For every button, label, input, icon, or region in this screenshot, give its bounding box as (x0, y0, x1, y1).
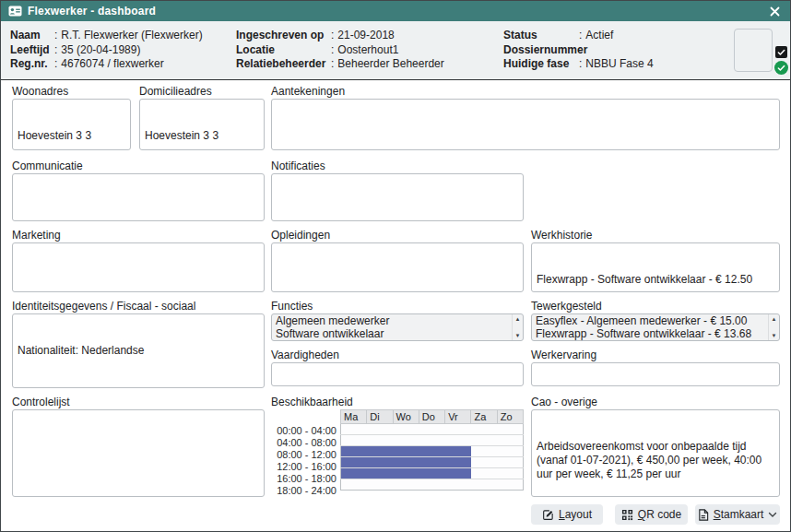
listbox-item[interactable]: Algemeen medewerker (272, 314, 512, 327)
communicatie-box[interactable] (12, 173, 265, 221)
availability-day-header: Za (471, 410, 497, 424)
field-label: Ingeschreven op (236, 29, 331, 43)
availability-cell (367, 457, 393, 468)
availability-day-header: Wo (393, 410, 419, 424)
availability-cell (393, 446, 419, 457)
field-value: 4676074 / flexwerker (61, 57, 163, 72)
availability-cell (471, 457, 497, 468)
availability-cell (497, 435, 523, 446)
functies-listbox[interactable]: Algemeen medewerkerSoftware ontwikkelaar… (271, 313, 524, 341)
controlelijst-box[interactable] (12, 409, 265, 497)
qr-code-button[interactable]: QR code (615, 504, 688, 525)
availability-cell (497, 468, 523, 479)
listbox-scrollbar[interactable]: ▲ ▼ (512, 314, 523, 340)
field-value: 35 (20-04-1989) (61, 43, 140, 58)
qr-code-button-label: QR code (638, 508, 681, 521)
availability-cell (497, 424, 523, 435)
availability-cell (445, 479, 471, 491)
availability-cell (445, 457, 471, 468)
opleidingen-box[interactable] (271, 242, 524, 292)
availability-cell (341, 435, 367, 446)
availability-cell (471, 424, 497, 435)
marketing-box[interactable] (12, 242, 265, 292)
field-label: Status (503, 29, 579, 43)
section-label-functies: Functies (271, 300, 313, 313)
checkbox-checked-icon[interactable] (775, 46, 787, 58)
field-label: Locatie (236, 43, 331, 58)
listbox-item[interactable]: Software ontwikkelaar (272, 327, 512, 340)
availability-cell (367, 468, 393, 479)
domicilieadres-box[interactable]: Hoevestein 3 3 4903 SE Oosterhout Nb (139, 99, 265, 150)
document-icon (698, 509, 709, 521)
werkervaring-box[interactable] (531, 362, 780, 386)
section-label-marketing: Marketing (12, 229, 61, 242)
close-icon[interactable] (766, 1, 783, 21)
edit-icon (542, 509, 554, 521)
field-value: 21-09-2018 (337, 29, 394, 43)
id-card-icon (8, 6, 22, 17)
layout-button[interactable]: Layout (531, 504, 603, 525)
availability-cell (393, 435, 419, 446)
aantekeningen-box[interactable] (271, 99, 780, 150)
header-info: Naam:R.T. Flexwerker (Flexwerker) Leefti… (1, 21, 790, 80)
scroll-down-icon[interactable]: ▼ (515, 333, 521, 338)
availability-cell (367, 435, 393, 446)
section-label-notificaties: Notificaties (271, 160, 325, 172)
section-label-vaardigheden: Vaardigheden (271, 349, 339, 361)
listbox-item[interactable]: Easyflex - Algemeen medewerker - € 15.00 (532, 314, 768, 327)
werkhistorie-box[interactable]: Flexwrapp - Software ontwikkelaar - € 12… (531, 242, 780, 292)
identiteit-line: Nationaliteit: Nederlandse (18, 344, 259, 358)
field-label: Huidige fase (503, 57, 579, 72)
stamkaart-button[interactable]: Stamkaart (695, 504, 780, 525)
field-value: R.T. Flexwerker (Flexwerker) (61, 29, 202, 43)
availability-cell (341, 468, 367, 479)
availability-cell (367, 424, 393, 435)
availability-cell (419, 435, 444, 446)
availability-cell (419, 446, 444, 457)
listbox-item[interactable]: Flexwrapp - Software ontwikkelaar - € 13… (532, 327, 768, 340)
scroll-up-icon[interactable]: ▲ (772, 316, 777, 322)
availability-cell (393, 424, 419, 435)
availability-time-label: 16:00 - 18:00 (259, 473, 336, 485)
availability-cell (497, 446, 523, 457)
availability-cell (419, 424, 444, 435)
section-label-werkervaring: Werkervaring (531, 349, 596, 361)
cao-overige-box[interactable]: Arbeidsovereenkomst voor onbepaalde tijd… (531, 409, 780, 497)
availability-time-column: 00:00 - 04:0004:00 - 08:0008:00 - 12:001… (259, 425, 336, 497)
availability-cell (471, 468, 497, 479)
tewerkgesteld-listbox[interactable]: Easyflex - Algemeen medewerker - € 15.00… (531, 313, 780, 341)
identiteitsgegevens-box[interactable]: Nationaliteit: Nederlandse Gemeentelijke… (12, 313, 265, 388)
vaardigheden-box[interactable] (271, 362, 524, 386)
listbox-scrollbar[interactable]: ▲ ▼ (768, 314, 779, 340)
section-label-domicilieadres: Domicilieadres (139, 85, 212, 98)
availability-cell (419, 457, 444, 468)
availability-cell (419, 468, 444, 479)
field-label: Leeftijd (10, 43, 54, 58)
notificaties-box[interactable] (271, 173, 524, 221)
availability-cell (445, 435, 471, 446)
availability-grid[interactable]: MaDiWoDoVrZaZo (340, 409, 524, 491)
header-column-3: Status:Actief Dossiernummer: Huidige fas… (503, 29, 654, 72)
availability-cell (367, 446, 393, 457)
availability-time-label: 18:00 - 24:00 (259, 485, 336, 497)
section-label-tewerkgesteld: Tewerkgesteld (531, 300, 602, 313)
green-check-icon (774, 61, 788, 75)
availability-cell (419, 479, 444, 491)
window-title: Flexwerker - dashboard (28, 5, 156, 18)
section-label-aantekeningen: Aantekeningen (271, 85, 345, 98)
photo-placeholder[interactable] (734, 29, 773, 72)
chevron-down-icon (768, 512, 777, 518)
woonadres-box[interactable]: Hoevestein 3 3 4903 SE Oosterhout Nb (12, 99, 131, 150)
scroll-up-icon[interactable]: ▲ (515, 316, 521, 322)
availability-time-label: 12:00 - 16:00 (259, 461, 336, 473)
availability-day-header: Vr (445, 410, 471, 424)
scroll-down-icon[interactable]: ▼ (772, 333, 777, 338)
field-label: Naam (10, 29, 54, 43)
flexwerker-dashboard-window: Flexwerker - dashboard Naam:R.T. Flexwer… (0, 0, 791, 532)
availability-day-header: Di (367, 410, 393, 424)
availability-day-header: Zo (497, 410, 523, 424)
availability-cell (341, 457, 367, 468)
availability-day-header: Ma (341, 410, 367, 424)
availability-cell (497, 479, 523, 491)
availability-cell (393, 468, 419, 479)
